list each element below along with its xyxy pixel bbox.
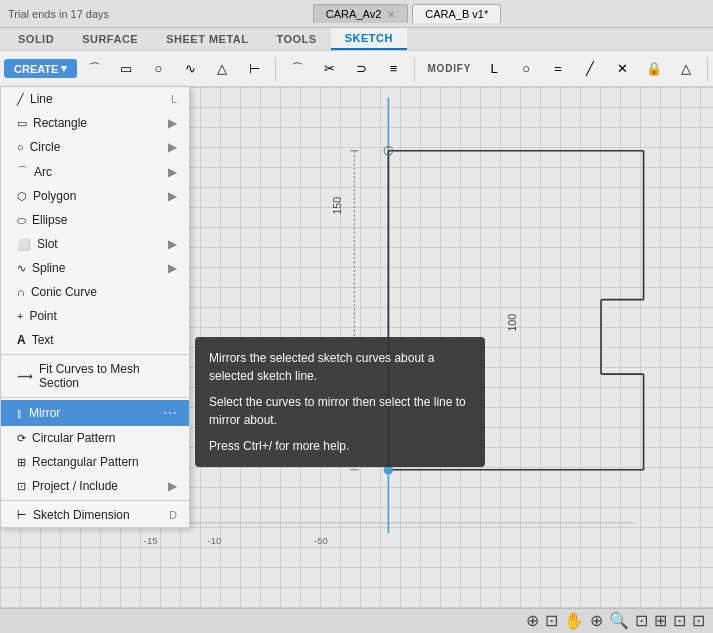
tab-cara-av2[interactable]: CARA_Av2 ✕ <box>313 4 408 23</box>
menu-item-point[interactable]: + Point <box>1 304 189 328</box>
bottom-icon-6[interactable]: ⊡ <box>635 611 648 630</box>
tool-loop-icon[interactable]: ⊃ <box>346 55 376 83</box>
tab-label-2: CARA_B v1* <box>425 8 488 20</box>
menu-item-rectangle[interactable]: ▭ Rectangle ▶ <box>1 111 189 135</box>
bottom-icon-9[interactable]: ⊡ <box>692 611 705 630</box>
bottom-icon-1[interactable]: ⊕ <box>526 611 539 630</box>
conic-icon: ∩ <box>17 286 25 298</box>
dim-icon: ⊢ <box>17 509 27 522</box>
project-icon: ⊡ <box>17 480 26 493</box>
rect-icon: ▭ <box>17 117 27 130</box>
menu-separator-1 <box>1 354 189 355</box>
circular-pattern-icon: ⟳ <box>17 432 26 445</box>
tool-lines-icon[interactable]: ≡ <box>378 55 408 83</box>
bottom-icon-2[interactable]: ⊡ <box>545 611 558 630</box>
menu-item-fit-curves[interactable]: ⟿ Fit Curves to Mesh Section <box>1 357 189 395</box>
mirror-tooltip: Mirrors the selected sketch curves about… <box>195 337 485 467</box>
svg-text:150: 150 <box>331 197 343 215</box>
menu-item-circular-pattern[interactable]: ⟳ Circular Pattern <box>1 426 189 450</box>
tool-arc-icon[interactable]: ⌒ <box>79 55 109 83</box>
menu-separator-2 <box>1 397 189 398</box>
menu-item-project[interactable]: ⊡ Project / Include ▶ <box>1 474 189 498</box>
menu-item-spline[interactable]: ∿ Spline ▶ <box>1 256 189 280</box>
tool-h-icon[interactable]: ⊢ <box>239 55 269 83</box>
mirror-icon: ⫿ <box>17 407 23 419</box>
tooltip-line2: Select the curves to mirror then select … <box>209 393 471 429</box>
bottom-icon-4[interactable]: ⊕ <box>590 611 603 630</box>
text-icon: A <box>17 333 26 347</box>
create-dropdown: ╱ Line L ▭ Rectangle ▶ ○ Circle ▶ ⌒ Arc … <box>0 87 190 528</box>
create-button[interactable]: CREATE ▾ <box>4 59 77 78</box>
circle-icon: ○ <box>17 141 24 153</box>
modify-label: MODIFY <box>421 63 477 74</box>
create-label: CREATE <box>14 63 58 75</box>
menu-item-polygon[interactable]: ⬡ Polygon ▶ <box>1 184 189 208</box>
menu-item-circle[interactable]: ○ Circle ▶ <box>1 135 189 159</box>
menu-item-line[interactable]: ╱ Line L <box>1 87 189 111</box>
tool-lock-icon[interactable]: 🔒 <box>639 55 669 83</box>
divider-1 <box>275 57 276 81</box>
tab-label-1: CARA_Av2 <box>326 8 381 20</box>
tool-wave-icon[interactable]: ∿ <box>175 55 205 83</box>
ellipse-icon: ⬭ <box>17 214 26 227</box>
rectangular-pattern-icon: ⊞ <box>17 456 26 469</box>
tab-solid[interactable]: SOLID <box>4 29 68 49</box>
title-bar: Trial ends in 17 days CARA_Av2 ✕ CARA_B … <box>0 0 713 28</box>
menu-item-mirror[interactable]: ⫿ Mirror ⋯ <box>1 400 189 426</box>
tool-scissors-icon[interactable]: ✂ <box>314 55 344 83</box>
create-arrow: ▾ <box>61 62 67 75</box>
point-icon: + <box>17 310 23 322</box>
tab-close-1[interactable]: ✕ <box>387 9 395 20</box>
arc-icon: ⌒ <box>17 164 28 179</box>
tooltip-line1: Mirrors the selected sketch curves about… <box>209 349 471 385</box>
menu-item-text[interactable]: A Text <box>1 328 189 352</box>
menu-item-slot[interactable]: ⬜ Slot ▶ <box>1 232 189 256</box>
svg-text:-10: -10 <box>208 535 222 546</box>
tab-surface[interactable]: SURFACE <box>68 29 152 49</box>
fit-icon: ⟿ <box>17 370 33 383</box>
slot-icon: ⬜ <box>17 238 31 251</box>
ribbon-tabs: SOLID SURFACE SHEET METAL TOOLS SKETCH <box>0 28 713 51</box>
tool-curve-icon[interactable]: ⌒ <box>282 55 312 83</box>
tool-circle-icon[interactable]: ○ <box>143 55 173 83</box>
tool-l-icon[interactable]: L <box>479 55 509 83</box>
bottom-toolbar: ⊕ ⊡ ✋ ⊕ 🔍 ⊡ ⊞ ⊡ ⊡ <box>0 608 713 632</box>
ribbon-toolbar: CREATE ▾ ⌒ ▭ ○ ∿ △ ⊢ ⌒ ✂ ⊃ ≡ MODIFY L ○ … <box>0 51 713 87</box>
bottom-icon-7[interactable]: ⊞ <box>654 611 667 630</box>
menu-separator-3 <box>1 500 189 501</box>
divider-2 <box>414 57 415 81</box>
tab-tools[interactable]: TOOLS <box>262 29 330 49</box>
svg-text:-15: -15 <box>144 535 158 546</box>
spline-icon: ∿ <box>17 262 26 275</box>
tool-equals-icon[interactable]: = <box>543 55 573 83</box>
tab-sketch[interactable]: SKETCH <box>331 28 407 50</box>
tab-cara-bv1[interactable]: CARA_B v1* <box>412 4 501 23</box>
tab-bar: CARA_Av2 ✕ CARA_B v1* <box>313 4 501 23</box>
tool-tri-icon[interactable]: △ <box>207 55 237 83</box>
menu-item-rectangular-pattern[interactable]: ⊞ Rectangular Pattern <box>1 450 189 474</box>
menu-item-sketch-dimension[interactable]: ⊢ Sketch Dimension D <box>1 503 189 527</box>
svg-text:-50: -50 <box>314 535 328 546</box>
tool-oval-icon[interactable]: ○ <box>511 55 541 83</box>
tool-slash-icon[interactable]: ╱ <box>575 55 605 83</box>
divider-3 <box>707 57 708 81</box>
trial-notice: Trial ends in 17 days <box>8 8 109 20</box>
main-area: ╱ Line L ▭ Rectangle ▶ ○ Circle ▶ ⌒ Arc … <box>0 87 713 608</box>
menu-item-ellipse[interactable]: ⬭ Ellipse <box>1 208 189 232</box>
mirror-more-icon[interactable]: ⋯ <box>163 405 177 421</box>
line-icon: ╱ <box>17 93 24 106</box>
tab-sheet-metal[interactable]: SHEET METAL <box>152 29 262 49</box>
tool-x-icon[interactable]: ✕ <box>607 55 637 83</box>
bottom-icon-3[interactable]: ✋ <box>564 611 584 630</box>
bottom-icon-8[interactable]: ⊡ <box>673 611 686 630</box>
tools-left-group: CREATE ▾ ⌒ ▭ ○ ∿ △ ⊢ ⌒ ✂ ⊃ ≡ MODIFY L ○ … <box>4 55 713 83</box>
menu-item-conic[interactable]: ∩ Conic Curve <box>1 280 189 304</box>
tool-triangle-icon[interactable]: △ <box>671 55 701 83</box>
polygon-icon: ⬡ <box>17 190 27 203</box>
svg-text:100: 100 <box>506 314 518 332</box>
tooltip-line3: Press Ctrl+/ for more help. <box>209 437 471 455</box>
tool-rect-icon[interactable]: ▭ <box>111 55 141 83</box>
menu-item-arc[interactable]: ⌒ Arc ▶ <box>1 159 189 184</box>
bottom-icon-5[interactable]: 🔍 <box>609 611 629 630</box>
